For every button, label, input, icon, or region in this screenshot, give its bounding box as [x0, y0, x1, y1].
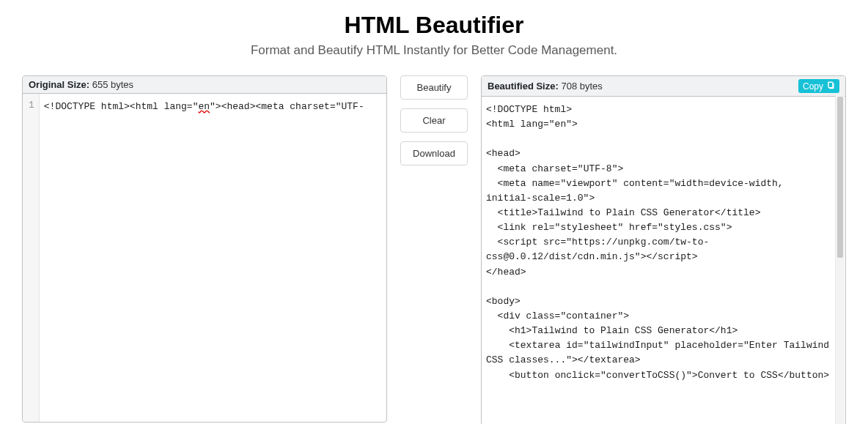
code-text: "><head><meta charset="UTF- [210, 101, 364, 112]
copy-button[interactable]: Copy [798, 79, 839, 93]
code-text: <!DOCTYPE html><html lang=" [44, 101, 199, 112]
line-number: 1 [29, 100, 34, 111]
beautified-size-value: 708 bytes [561, 81, 602, 92]
copy-icon [826, 81, 835, 92]
beautified-panel-header: Beautified Size: 708 bytes Copy [482, 76, 845, 97]
action-column: Beautify Clear Download [400, 75, 468, 165]
original-panel-header: Original Size: 655 bytes [23, 76, 386, 94]
beautify-button[interactable]: Beautify [400, 75, 468, 100]
page-subtitle: Format and Beautify HTML Instantly for B… [22, 43, 846, 58]
original-panel: Original Size: 655 bytes 1 <!DOCTYPE htm… [22, 75, 387, 423]
copy-label: Copy [803, 81, 823, 92]
scrollbar[interactable] [835, 95, 845, 424]
download-button[interactable]: Download [400, 141, 468, 165]
line-gutter: 1 [23, 94, 40, 422]
original-size-value: 655 bytes [92, 79, 133, 90]
scroll-thumb[interactable] [837, 97, 843, 258]
beautified-code-output[interactable]: <!DOCTYPE html> <html lang="en"> <head> … [482, 97, 836, 424]
original-size-label: Original Size: [29, 79, 89, 90]
original-code-input[interactable]: <!DOCTYPE html><html lang="en"><head><me… [40, 94, 386, 422]
beautified-panel: Beautified Size: 708 bytes Copy <!DOCTYP… [481, 75, 846, 424]
beautified-size-label: Beautified Size: [488, 81, 559, 92]
clear-button[interactable]: Clear [400, 108, 468, 133]
code-text-spellerror: en [198, 101, 210, 112]
page-title: HTML Beautifier [22, 12, 846, 39]
